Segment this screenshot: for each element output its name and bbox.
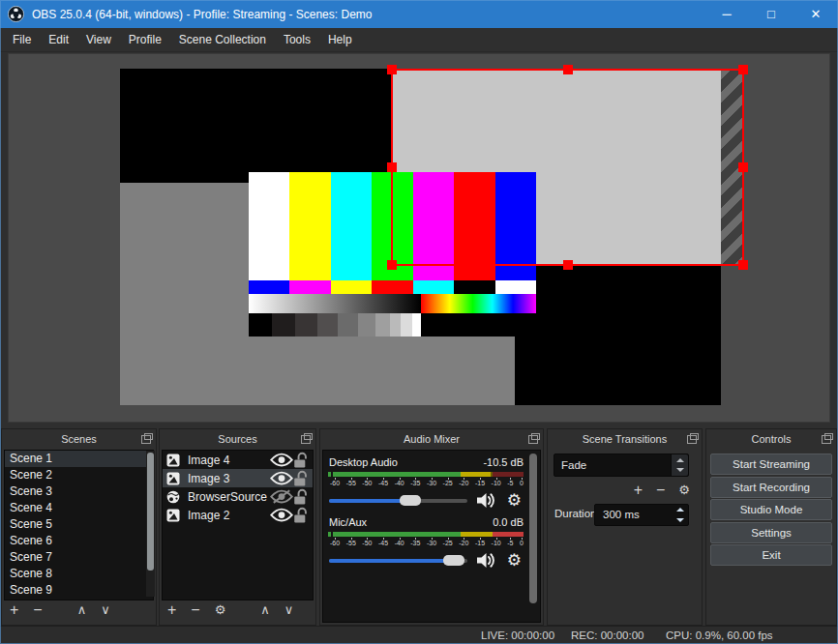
minimize-button[interactable]: ─: [704, 0, 749, 28]
control-button[interactable]: Studio Mode: [710, 499, 832, 520]
visibility-eye-icon[interactable]: [270, 454, 293, 467]
selection-handle[interactable]: [738, 65, 748, 74]
gear-icon[interactable]: ⚙: [507, 490, 522, 511]
move-scene-up-icon[interactable]: ∧: [77, 600, 87, 621]
preview-area[interactable]: [8, 53, 830, 423]
volume-slider-handle[interactable]: [400, 495, 421, 506]
speaker-icon[interactable]: [476, 492, 496, 509]
source-list-item[interactable]: BrowserSource: [163, 487, 313, 506]
scenes-scrollbar[interactable]: [146, 451, 155, 597]
source-properties-gear-icon[interactable]: ⚙: [215, 600, 226, 621]
menu-item[interactable]: Help: [319, 28, 361, 52]
visibility-eye-icon[interactable]: [270, 490, 293, 504]
scrollbar-thumb[interactable]: [147, 453, 154, 571]
lock-icon[interactable]: [293, 490, 309, 504]
scene-list-item[interactable]: Scene 6: [5, 533, 153, 549]
meter-tick-label: -35: [410, 539, 420, 548]
meter-tick-label: -20: [459, 479, 468, 488]
scenes-dock-header[interactable]: Scenes: [2, 429, 156, 449]
transitions-dock-header[interactable]: Scene Transitions: [548, 429, 702, 449]
add-source-icon[interactable]: +: [167, 600, 176, 621]
transition-properties-gear-icon[interactable]: ⚙: [678, 480, 690, 501]
remove-source-icon[interactable]: −: [191, 600, 199, 621]
volume-slider[interactable]: [329, 499, 467, 503]
meter-tick-label: -10: [492, 539, 501, 548]
menu-item[interactable]: Tools: [275, 28, 319, 52]
lock-icon[interactable]: [293, 454, 309, 467]
popout-icon[interactable]: [822, 435, 831, 444]
scene-list-item[interactable]: Scene 4: [5, 500, 153, 516]
selection-handle[interactable]: [387, 162, 397, 172]
popout-icon[interactable]: [141, 435, 151, 444]
scene-list-item[interactable]: Scene 5: [5, 516, 153, 533]
remove-scene-icon[interactable]: −: [33, 600, 42, 621]
sources-list[interactable]: Image 4 Image 3 BrowserSource: [162, 450, 314, 600]
maximize-button[interactable]: □: [749, 0, 793, 28]
popout-icon[interactable]: [528, 435, 538, 444]
scene-list-item[interactable]: Scene 2: [5, 467, 153, 483]
control-button[interactable]: Exit: [710, 544, 832, 566]
source-list-item[interactable]: Image 3: [163, 469, 313, 487]
visibility-eye-icon[interactable]: [270, 472, 293, 485]
popout-icon[interactable]: [301, 435, 311, 444]
move-source-down-icon[interactable]: ∨: [284, 600, 294, 621]
source-list-item[interactable]: Image 4: [163, 451, 313, 469]
transition-select[interactable]: Fade: [554, 454, 689, 477]
meter-tick-label: -55: [346, 479, 356, 488]
mixer-scrollbar[interactable]: [529, 454, 537, 616]
add-scene-icon[interactable]: +: [10, 600, 18, 621]
volume-slider[interactable]: [329, 559, 467, 563]
volume-slider-handle[interactable]: [443, 555, 464, 566]
meter-tick-label: -40: [395, 539, 404, 548]
selection-handle[interactable]: [387, 65, 397, 74]
cpu-fps-stats: CPU: 0.9%, 60.00 fps: [666, 627, 773, 644]
transition-select-arrows[interactable]: [671, 454, 688, 476]
control-button[interactable]: Start Streaming: [710, 454, 832, 475]
lock-icon[interactable]: [293, 509, 309, 522]
scene-list-item[interactable]: Scene 9: [5, 582, 153, 599]
duration-spinbox[interactable]: 300 ms: [594, 504, 689, 526]
mixer-body: Desktop Audio -10.5 dB -60-55-50-45-40-3…: [322, 450, 541, 623]
speaker-icon[interactable]: [476, 552, 496, 569]
meter-input-indicator: [328, 472, 331, 477]
mixer-dock-header[interactable]: Audio Mixer: [320, 429, 543, 449]
maximize-icon: □: [767, 8, 775, 20]
menu-item[interactable]: View: [77, 28, 120, 52]
scene-list-item[interactable]: Scene 8: [5, 566, 153, 582]
source-list-item[interactable]: Image 2: [163, 506, 313, 524]
remove-transition-icon[interactable]: −: [656, 480, 665, 501]
menu-item[interactable]: Profile: [120, 28, 170, 52]
scene-list-item[interactable]: Scene 7: [5, 549, 153, 566]
menu-item[interactable]: Edit: [40, 28, 77, 52]
controls-dock-header[interactable]: Controls: [706, 429, 836, 449]
close-button[interactable]: ✕: [793, 0, 838, 28]
selection-handle[interactable]: [387, 260, 397, 270]
scene-list-item[interactable]: Scene 3: [5, 483, 153, 500]
add-transition-icon[interactable]: +: [634, 480, 643, 501]
title-bar[interactable]: OBS 25.0.4 (64-bit, windows) - Profile: …: [0, 0, 838, 28]
menu-item[interactable]: File: [4, 28, 40, 52]
sources-dock-header[interactable]: Sources: [160, 429, 315, 449]
control-button[interactable]: Settings: [710, 522, 832, 543]
lock-icon[interactable]: [293, 472, 309, 485]
meter-tick-label: -50: [362, 479, 372, 488]
move-scene-down-icon[interactable]: ∨: [101, 600, 110, 621]
move-source-up-icon[interactable]: ∧: [260, 600, 270, 621]
menu-item[interactable]: Scene Collection: [170, 28, 275, 52]
visibility-eye-icon[interactable]: [270, 509, 293, 522]
scrollbar-thumb[interactable]: [529, 454, 537, 603]
scenes-list[interactable]: Scene 1Scene 2Scene 3Scene 4Scene 5Scene…: [4, 450, 154, 600]
scene-list-item[interactable]: Scene 1: [5, 451, 153, 467]
selection-handle[interactable]: [563, 65, 573, 74]
selection-handle[interactable]: [738, 162, 748, 172]
source-label: Image 3: [188, 472, 270, 485]
selection-rect[interactable]: [391, 69, 744, 266]
control-button[interactable]: Start Recording: [710, 477, 832, 498]
selection-handle[interactable]: [563, 260, 573, 270]
source-type-icon: [166, 454, 180, 467]
channel-name: Mic/Aux: [329, 516, 367, 528]
duration-spin-arrows[interactable]: [673, 505, 688, 525]
gear-icon[interactable]: ⚙: [507, 550, 522, 571]
popout-icon[interactable]: [687, 435, 697, 444]
selection-handle[interactable]: [738, 260, 748, 270]
